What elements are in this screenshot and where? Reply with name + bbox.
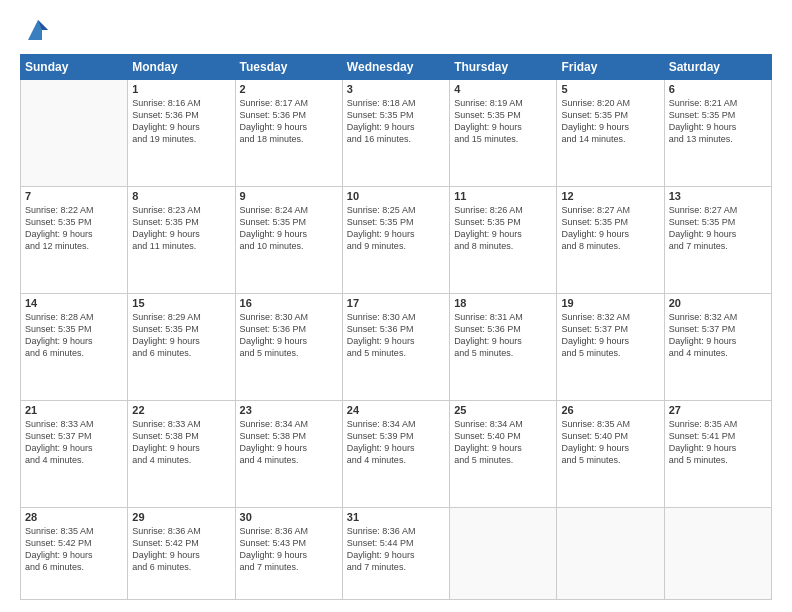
day-number: 2 xyxy=(240,83,338,95)
day-number: 24 xyxy=(347,404,445,416)
page: SundayMondayTuesdayWednesdayThursdayFrid… xyxy=(0,0,792,612)
day-info: Sunrise: 8:36 AMSunset: 5:42 PMDaylight:… xyxy=(132,525,230,574)
day-info: Sunrise: 8:35 AMSunset: 5:40 PMDaylight:… xyxy=(561,418,659,467)
calendar-cell: 10Sunrise: 8:25 AMSunset: 5:35 PMDayligh… xyxy=(342,186,449,293)
day-info: Sunrise: 8:24 AMSunset: 5:35 PMDaylight:… xyxy=(240,204,338,253)
day-number: 22 xyxy=(132,404,230,416)
header xyxy=(20,16,772,44)
day-number: 9 xyxy=(240,190,338,202)
logo-icon xyxy=(24,16,52,44)
day-info: Sunrise: 8:22 AMSunset: 5:35 PMDaylight:… xyxy=(25,204,123,253)
weekday-header: Thursday xyxy=(450,55,557,80)
day-info: Sunrise: 8:17 AMSunset: 5:36 PMDaylight:… xyxy=(240,97,338,146)
day-info: Sunrise: 8:19 AMSunset: 5:35 PMDaylight:… xyxy=(454,97,552,146)
calendar-cell: 22Sunrise: 8:33 AMSunset: 5:38 PMDayligh… xyxy=(128,400,235,507)
day-info: Sunrise: 8:33 AMSunset: 5:38 PMDaylight:… xyxy=(132,418,230,467)
calendar-cell: 9Sunrise: 8:24 AMSunset: 5:35 PMDaylight… xyxy=(235,186,342,293)
weekday-header: Saturday xyxy=(664,55,771,80)
calendar-cell: 23Sunrise: 8:34 AMSunset: 5:38 PMDayligh… xyxy=(235,400,342,507)
day-info: Sunrise: 8:35 AMSunset: 5:42 PMDaylight:… xyxy=(25,525,123,574)
calendar-cell: 29Sunrise: 8:36 AMSunset: 5:42 PMDayligh… xyxy=(128,507,235,599)
calendar-cell: 8Sunrise: 8:23 AMSunset: 5:35 PMDaylight… xyxy=(128,186,235,293)
day-number: 4 xyxy=(454,83,552,95)
day-number: 3 xyxy=(347,83,445,95)
day-info: Sunrise: 8:32 AMSunset: 5:37 PMDaylight:… xyxy=(561,311,659,360)
day-number: 17 xyxy=(347,297,445,309)
day-number: 6 xyxy=(669,83,767,95)
calendar-cell: 16Sunrise: 8:30 AMSunset: 5:36 PMDayligh… xyxy=(235,293,342,400)
day-number: 28 xyxy=(25,511,123,523)
day-number: 19 xyxy=(561,297,659,309)
day-info: Sunrise: 8:33 AMSunset: 5:37 PMDaylight:… xyxy=(25,418,123,467)
calendar-cell: 27Sunrise: 8:35 AMSunset: 5:41 PMDayligh… xyxy=(664,400,771,507)
calendar-cell xyxy=(450,507,557,599)
day-number: 11 xyxy=(454,190,552,202)
weekday-header: Monday xyxy=(128,55,235,80)
day-info: Sunrise: 8:27 AMSunset: 5:35 PMDaylight:… xyxy=(561,204,659,253)
day-number: 13 xyxy=(669,190,767,202)
day-number: 14 xyxy=(25,297,123,309)
day-info: Sunrise: 8:28 AMSunset: 5:35 PMDaylight:… xyxy=(25,311,123,360)
weekday-header: Friday xyxy=(557,55,664,80)
day-info: Sunrise: 8:32 AMSunset: 5:37 PMDaylight:… xyxy=(669,311,767,360)
day-info: Sunrise: 8:18 AMSunset: 5:35 PMDaylight:… xyxy=(347,97,445,146)
calendar-cell: 12Sunrise: 8:27 AMSunset: 5:35 PMDayligh… xyxy=(557,186,664,293)
calendar-cell: 1Sunrise: 8:16 AMSunset: 5:36 PMDaylight… xyxy=(128,80,235,187)
day-number: 21 xyxy=(25,404,123,416)
day-number: 15 xyxy=(132,297,230,309)
day-info: Sunrise: 8:34 AMSunset: 5:38 PMDaylight:… xyxy=(240,418,338,467)
day-info: Sunrise: 8:25 AMSunset: 5:35 PMDaylight:… xyxy=(347,204,445,253)
day-number: 10 xyxy=(347,190,445,202)
day-number: 20 xyxy=(669,297,767,309)
calendar-cell: 28Sunrise: 8:35 AMSunset: 5:42 PMDayligh… xyxy=(21,507,128,599)
day-info: Sunrise: 8:16 AMSunset: 5:36 PMDaylight:… xyxy=(132,97,230,146)
day-info: Sunrise: 8:35 AMSunset: 5:41 PMDaylight:… xyxy=(669,418,767,467)
day-number: 18 xyxy=(454,297,552,309)
day-info: Sunrise: 8:20 AMSunset: 5:35 PMDaylight:… xyxy=(561,97,659,146)
calendar-week-row: 14Sunrise: 8:28 AMSunset: 5:35 PMDayligh… xyxy=(21,293,772,400)
calendar-cell xyxy=(664,507,771,599)
day-info: Sunrise: 8:34 AMSunset: 5:39 PMDaylight:… xyxy=(347,418,445,467)
calendar-cell: 30Sunrise: 8:36 AMSunset: 5:43 PMDayligh… xyxy=(235,507,342,599)
calendar-cell: 17Sunrise: 8:30 AMSunset: 5:36 PMDayligh… xyxy=(342,293,449,400)
calendar-cell: 24Sunrise: 8:34 AMSunset: 5:39 PMDayligh… xyxy=(342,400,449,507)
calendar-cell xyxy=(21,80,128,187)
day-number: 25 xyxy=(454,404,552,416)
day-info: Sunrise: 8:23 AMSunset: 5:35 PMDaylight:… xyxy=(132,204,230,253)
day-info: Sunrise: 8:34 AMSunset: 5:40 PMDaylight:… xyxy=(454,418,552,467)
day-number: 16 xyxy=(240,297,338,309)
day-number: 1 xyxy=(132,83,230,95)
day-number: 7 xyxy=(25,190,123,202)
day-number: 12 xyxy=(561,190,659,202)
day-number: 31 xyxy=(347,511,445,523)
calendar-cell: 25Sunrise: 8:34 AMSunset: 5:40 PMDayligh… xyxy=(450,400,557,507)
calendar-week-row: 21Sunrise: 8:33 AMSunset: 5:37 PMDayligh… xyxy=(21,400,772,507)
logo xyxy=(20,16,52,44)
day-info: Sunrise: 8:29 AMSunset: 5:35 PMDaylight:… xyxy=(132,311,230,360)
calendar-body: 1Sunrise: 8:16 AMSunset: 5:36 PMDaylight… xyxy=(21,80,772,600)
day-info: Sunrise: 8:36 AMSunset: 5:44 PMDaylight:… xyxy=(347,525,445,574)
weekday-header: Wednesday xyxy=(342,55,449,80)
calendar: SundayMondayTuesdayWednesdayThursdayFrid… xyxy=(20,54,772,600)
day-info: Sunrise: 8:21 AMSunset: 5:35 PMDaylight:… xyxy=(669,97,767,146)
calendar-cell: 13Sunrise: 8:27 AMSunset: 5:35 PMDayligh… xyxy=(664,186,771,293)
calendar-cell: 2Sunrise: 8:17 AMSunset: 5:36 PMDaylight… xyxy=(235,80,342,187)
day-info: Sunrise: 8:27 AMSunset: 5:35 PMDaylight:… xyxy=(669,204,767,253)
calendar-cell: 4Sunrise: 8:19 AMSunset: 5:35 PMDaylight… xyxy=(450,80,557,187)
day-info: Sunrise: 8:30 AMSunset: 5:36 PMDaylight:… xyxy=(347,311,445,360)
calendar-cell: 18Sunrise: 8:31 AMSunset: 5:36 PMDayligh… xyxy=(450,293,557,400)
day-number: 5 xyxy=(561,83,659,95)
day-info: Sunrise: 8:36 AMSunset: 5:43 PMDaylight:… xyxy=(240,525,338,574)
weekday-header: Sunday xyxy=(21,55,128,80)
day-info: Sunrise: 8:31 AMSunset: 5:36 PMDaylight:… xyxy=(454,311,552,360)
calendar-cell: 14Sunrise: 8:28 AMSunset: 5:35 PMDayligh… xyxy=(21,293,128,400)
calendar-cell: 19Sunrise: 8:32 AMSunset: 5:37 PMDayligh… xyxy=(557,293,664,400)
day-info: Sunrise: 8:26 AMSunset: 5:35 PMDaylight:… xyxy=(454,204,552,253)
calendar-cell: 20Sunrise: 8:32 AMSunset: 5:37 PMDayligh… xyxy=(664,293,771,400)
calendar-cell: 5Sunrise: 8:20 AMSunset: 5:35 PMDaylight… xyxy=(557,80,664,187)
day-number: 30 xyxy=(240,511,338,523)
day-number: 23 xyxy=(240,404,338,416)
calendar-week-row: 28Sunrise: 8:35 AMSunset: 5:42 PMDayligh… xyxy=(21,507,772,599)
calendar-cell: 26Sunrise: 8:35 AMSunset: 5:40 PMDayligh… xyxy=(557,400,664,507)
calendar-week-row: 7Sunrise: 8:22 AMSunset: 5:35 PMDaylight… xyxy=(21,186,772,293)
